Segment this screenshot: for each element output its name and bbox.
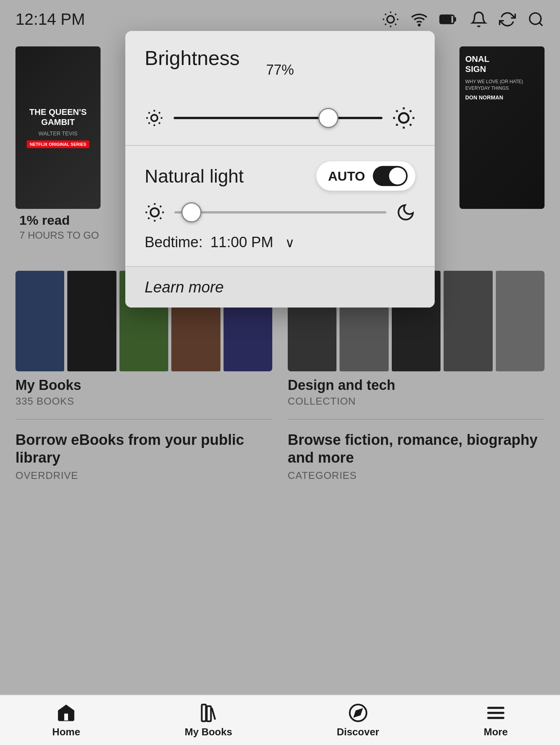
book-author-design: DON NORMAN [465, 94, 503, 101]
svg-point-23 [399, 113, 409, 123]
bedtime-row: Bedtime: 11:00 PM ∨ [145, 234, 415, 251]
book-subtitle: WHY WE LOVE (OR HATE) EVERYDAY THINGS [465, 79, 539, 92]
natural-light-row: Natural light AUTO [145, 161, 415, 191]
svg-line-26 [396, 111, 398, 112]
nav-home-label: Home [52, 726, 80, 738]
design-book-card[interactable]: ONALSIGN WHY WE LOVE (OR HATE) EVERYDAY … [459, 46, 545, 248]
netflix-badge: NETFLIX ORIGINAL SERIES [27, 140, 89, 148]
svg-line-35 [148, 206, 149, 207]
sun-dim-icon [145, 108, 164, 128]
hours-left: 7 HOURS TO GO [19, 229, 99, 241]
sync-icon [499, 11, 516, 28]
auto-label: AUTO [328, 169, 365, 184]
svg-line-30 [396, 124, 398, 126]
brightness-percent: 77% [145, 62, 415, 78]
status-icons [382, 11, 545, 28]
browse-fiction-title: Browse fiction, romance, biography and m… [288, 431, 545, 466]
books-icon [198, 703, 219, 723]
auto-toggle[interactable]: AUTO [316, 161, 415, 191]
my-books-label: My Books [15, 377, 272, 393]
brightness-thumb[interactable] [318, 108, 338, 128]
brightness-slider-row [145, 106, 415, 130]
svg-line-27 [410, 124, 411, 126]
natural-light-label: Natural light [145, 166, 244, 187]
brightness-icon [382, 11, 399, 28]
wifi-icon [411, 11, 428, 28]
status-time: 12:14 PM [15, 10, 85, 29]
read-percentage: 1% read [19, 213, 99, 228]
book-author: WALTER TEVIS [39, 130, 78, 137]
panel-arrow [271, 31, 289, 32]
natural-light-section: Natural light AUTO [125, 146, 435, 266]
book-title-design: ONALSIGN [465, 54, 489, 75]
svg-line-7 [385, 24, 386, 25]
mini-book-1 [15, 271, 64, 371]
svg-line-40 [160, 206, 161, 207]
compass-icon [348, 703, 368, 723]
svg-marker-44 [354, 709, 361, 716]
svg-point-14 [151, 115, 158, 121]
nav-discover-label: Discover [337, 726, 379, 738]
svg-rect-42 [207, 706, 211, 721]
svg-point-12 [530, 13, 541, 24]
svg-line-3 [385, 14, 386, 15]
book-title: THE QUEEN'S GAMBIT [21, 107, 95, 128]
overdrive-label: OVERDRIVE [15, 470, 272, 482]
toggle-switch[interactable] [373, 166, 408, 186]
svg-line-8 [395, 14, 396, 15]
divider-2 [288, 419, 545, 420]
queens-gambit-card[interactable]: THE QUEEN'S GAMBIT WALTER TEVIS NETFLIX … [15, 46, 103, 248]
sun-bright-icon [392, 106, 415, 130]
nav-item-more[interactable]: More [468, 699, 523, 742]
svg-line-18 [159, 123, 160, 124]
brightness-track[interactable] [174, 117, 382, 119]
toggle-knob [389, 167, 406, 185]
svg-line-4 [395, 24, 396, 25]
nav-my-books-label: My Books [185, 726, 232, 738]
nav-item-my-books[interactable]: My Books [169, 699, 248, 742]
battery-icon [439, 11, 459, 28]
learn-more-link[interactable]: Learn more [145, 279, 224, 296]
svg-rect-11 [441, 16, 451, 22]
svg-point-0 [387, 16, 394, 23]
bedtime-label: Bedtime: [145, 234, 203, 251]
svg-line-21 [149, 123, 150, 124]
categories-label: CATEGORIES [288, 470, 545, 482]
svg-line-13 [540, 23, 543, 26]
natural-light-thumb[interactable] [181, 202, 201, 222]
my-books-sublabel: 335 BOOKS [15, 395, 272, 407]
nav-more-label: More [484, 726, 508, 738]
svg-line-36 [160, 218, 161, 219]
svg-line-17 [149, 112, 150, 113]
svg-point-32 [150, 208, 159, 217]
design-tech-label: Design and tech [288, 377, 545, 393]
moon-icon [396, 203, 415, 222]
nav-item-home[interactable]: Home [37, 699, 96, 742]
bedtime-value[interactable]: 11:00 PM [210, 234, 273, 251]
design-tech-sublabel: COLLECTION [288, 395, 545, 407]
text-sections-row: Borrow eBooks from your public library O… [0, 420, 560, 493]
search-icon[interactable] [528, 11, 545, 28]
browse-fiction-section[interactable]: Browse fiction, romance, biography and m… [288, 431, 545, 482]
mini-book-dt-4 [444, 271, 492, 371]
svg-line-39 [148, 218, 149, 219]
nav-item-discover[interactable]: Discover [321, 699, 395, 742]
brightness-panel: Brightness 77% [125, 31, 435, 308]
sun-warm-icon [145, 202, 165, 222]
borrow-ebooks-title: Borrow eBooks from your public library [15, 431, 272, 466]
home-icon [56, 703, 76, 723]
borrow-ebooks-section[interactable]: Borrow eBooks from your public library O… [15, 431, 272, 482]
svg-line-31 [410, 111, 411, 112]
svg-point-9 [418, 24, 420, 26]
mini-book-dt-5 [496, 271, 545, 371]
natural-light-track[interactable] [174, 211, 386, 214]
mini-book-2 [67, 271, 116, 371]
more-menu-icon [486, 703, 506, 723]
notification-icon [470, 11, 487, 28]
svg-rect-41 [202, 704, 206, 721]
brightness-section: Brightness 77% [125, 31, 435, 145]
natural-light-slider-row [145, 202, 415, 222]
divider-1 [15, 419, 272, 420]
bedtime-chevron-icon[interactable]: ∨ [285, 235, 295, 250]
learn-more-section: Learn more [125, 267, 435, 308]
